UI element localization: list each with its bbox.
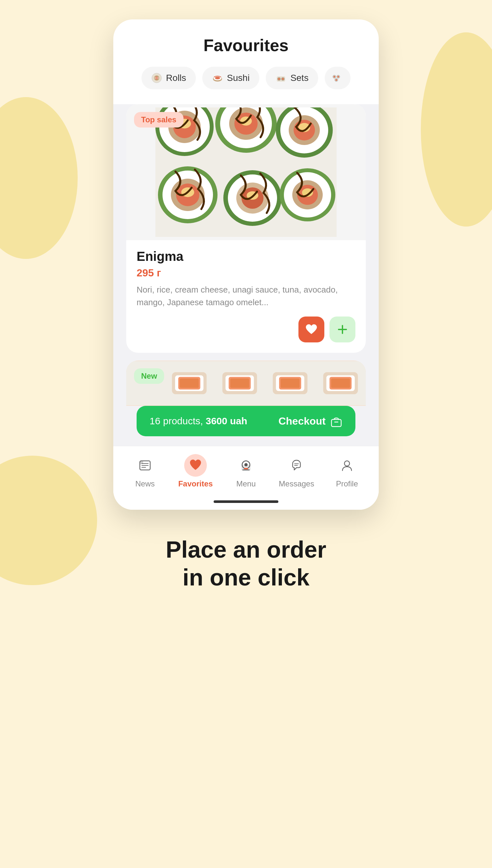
favorite-button[interactable] [298, 317, 324, 342]
profile-label: Profile [336, 479, 358, 488]
sushi-image-svg [155, 107, 337, 237]
cards-wrapper: Top sales [113, 104, 379, 406]
profile-icon [340, 458, 354, 472]
favorites-label: Favorites [178, 479, 213, 488]
tab-rolls[interactable]: Rolls [142, 67, 196, 89]
bg-decoration-right [421, 32, 492, 227]
product-info-enigma: Enigma 295 г Nori, rice, cream cheese, u… [126, 240, 366, 353]
svg-rect-67 [331, 378, 350, 388]
svg-point-6 [215, 77, 220, 79]
top-bar: Favourites Rolls [113, 19, 379, 104]
checkout-wrapper: 16 products, 3600 uah Checkout [113, 406, 379, 446]
svg-point-11 [282, 78, 284, 80]
tab-sushi[interactable]: Sushi [202, 67, 259, 89]
new-product-image-svg [126, 361, 366, 406]
sets-icon [275, 73, 287, 83]
rolls-label: Rolls [166, 73, 186, 83]
checkout-bag-icon [330, 415, 342, 427]
tab-more[interactable] [325, 67, 350, 89]
favorites-icon-wrap [184, 454, 207, 477]
bg-decoration-left [0, 97, 78, 259]
home-indicator [113, 494, 379, 510]
tagline: Place an order in one click [133, 536, 359, 592]
product-price: 295 г [137, 267, 355, 279]
svg-point-80 [344, 461, 350, 466]
svg-point-13 [334, 76, 335, 78]
menu-label: Menu [236, 479, 256, 488]
phone-mockup: Favourites Rolls [113, 19, 379, 510]
messages-icon [289, 458, 304, 472]
svg-point-15 [338, 76, 339, 78]
favorites-icon [188, 458, 203, 472]
messages-icon-wrap [285, 454, 308, 477]
svg-rect-77 [244, 468, 248, 469]
svg-point-17 [336, 79, 337, 81]
svg-rect-3 [154, 77, 159, 79]
svg-rect-68 [331, 419, 341, 426]
news-icon [138, 458, 152, 472]
svg-rect-59 [230, 378, 249, 388]
badge-new: New [134, 368, 164, 384]
sets-label: Sets [290, 73, 309, 83]
tab-sets[interactable]: Sets [266, 67, 318, 89]
nav-item-profile[interactable]: Profile [327, 454, 366, 488]
svg-rect-55 [180, 378, 199, 388]
add-to-cart-button[interactable] [329, 317, 355, 342]
svg-rect-63 [280, 378, 299, 388]
product-card-enigma: Top sales [126, 104, 366, 353]
product-description: Nori, rice, cream cheese, unagi sauce, t… [137, 283, 355, 309]
bg-decoration-bottom [0, 456, 97, 585]
svg-point-76 [244, 463, 248, 466]
product-card-new: New [126, 361, 366, 406]
badge-topsales: Top sales [134, 112, 183, 127]
sushi-icon [212, 73, 223, 83]
checkout-bar[interactable]: 16 products, 3600 uah Checkout [137, 406, 355, 436]
bottom-navigation: News Favorites [113, 446, 379, 494]
nav-item-messages[interactable]: Messages [277, 454, 316, 488]
category-tabs: Rolls Sushi [129, 67, 363, 89]
page-title: Favourites [129, 35, 363, 55]
profile-icon-wrap [336, 454, 358, 477]
rolls-icon [151, 73, 162, 83]
checkout-button[interactable]: Checkout [278, 415, 342, 427]
messages-label: Messages [279, 479, 314, 488]
home-indicator-bar [214, 500, 278, 503]
nav-item-news[interactable]: News [126, 454, 165, 488]
nav-item-menu[interactable]: Menu [227, 454, 265, 488]
sushi-label: Sushi [227, 73, 250, 83]
news-label: News [135, 479, 155, 488]
product-name: Enigma [137, 249, 355, 264]
svg-rect-73 [140, 461, 143, 464]
product-image-new [126, 361, 366, 406]
nav-item-favorites[interactable]: Favorites [176, 454, 215, 488]
menu-icon-wrap [235, 454, 257, 477]
menu-icon [239, 458, 253, 472]
news-icon-wrap [134, 454, 156, 477]
product-actions [137, 317, 355, 342]
svg-point-10 [278, 78, 280, 80]
checkout-products-text: 16 products, 3600 uah [150, 416, 247, 426]
